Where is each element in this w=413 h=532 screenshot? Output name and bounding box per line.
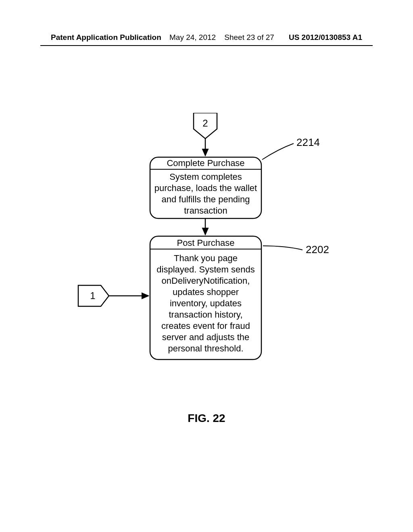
post-purchase-body-5: inventory, updates: [170, 298, 242, 308]
figure-caption: FIG. 22: [0, 412, 413, 425]
complete-purchase-body-1: System completes: [169, 172, 242, 182]
header-pubno: US 2012/0130853 A1: [289, 33, 362, 42]
connector-left: 1: [78, 285, 109, 306]
post-purchase-body-4: updates shopper: [173, 287, 239, 297]
complete-purchase-body-4: transaction: [184, 206, 227, 216]
post-purchase-body-2: displayed. System sends: [156, 264, 254, 274]
post-purchase-title: Post Purchase: [177, 238, 234, 248]
ref-2214-label: 2214: [296, 136, 320, 148]
complete-purchase-body-2: purchase, loads the wallet: [154, 183, 257, 193]
flowchart: 2 Complete Purchase System completes pur…: [60, 113, 351, 427]
connector-top: 2: [194, 113, 217, 139]
post-purchase-body-3: onDeliveryNotification,: [162, 276, 250, 286]
header-date-text: May 24, 2012: [169, 33, 216, 42]
header-date: May 24, 2012 Sheet 23 of 27: [169, 33, 274, 42]
connector-top-label: 2: [202, 118, 208, 129]
post-purchase-body-1: Thank you page: [174, 253, 238, 263]
header-sheet-text: Sheet 23 of 27: [224, 33, 274, 42]
complete-purchase-body-3: and fulfills the pending: [162, 194, 250, 204]
connector-left-label: 1: [90, 290, 95, 301]
header-publication-label: Patent Application Publication: [51, 33, 161, 42]
ref-2202-label: 2202: [306, 243, 329, 256]
page: Patent Application Publication May 24, 2…: [0, 0, 413, 532]
complete-purchase-box: Complete Purchase System completes purch…: [150, 157, 261, 218]
post-purchase-body-9: personal threshold.: [168, 343, 243, 353]
ref-2214: 2214: [262, 136, 320, 160]
header-rule: [40, 45, 373, 46]
post-purchase-body-8: server and adjusts the: [162, 332, 249, 342]
post-purchase-box: Post Purchase Thank you page displayed. …: [150, 236, 261, 360]
post-purchase-body-6: transaction history,: [169, 310, 242, 320]
complete-purchase-title: Complete Purchase: [167, 158, 244, 168]
ref-2202: 2202: [263, 243, 329, 256]
post-purchase-body-7: creates event for fraud: [161, 321, 250, 331]
